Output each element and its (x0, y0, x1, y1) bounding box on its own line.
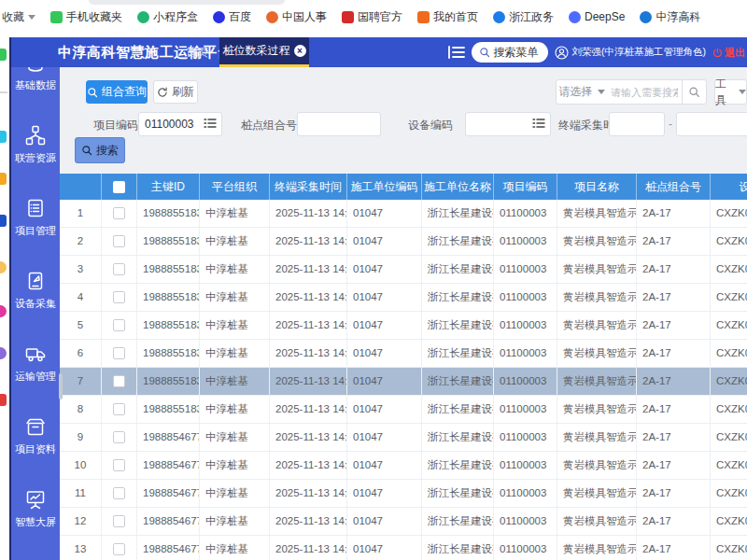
bookmark-item[interactable]: 中国人事 (266, 9, 327, 25)
table-row[interactable]: 131988854677822...中淳桩基2025-11-13 14:1...… (60, 536, 747, 560)
table-row[interactable]: 91988854677860...中淳桩基2025-11-13 14:2...0… (60, 424, 747, 452)
tab-home[interactable]: 首页 (170, 37, 224, 67)
sidebar-item-运输管理[interactable]: 运输管理 (11, 338, 60, 411)
tab-close-icon[interactable]: × (294, 45, 306, 57)
table-row[interactable]: 51988855183114...中淳桩基2025-11-13 14:2...0… (60, 312, 747, 340)
cell-org: 中淳桩基 (200, 536, 270, 560)
search-menu-button[interactable]: 搜索菜单 (472, 42, 548, 63)
data-table: 主键ID平台组织终端采集时间施工单位编码施工单位名称项目编码项目名称桩点组合号设… (60, 174, 747, 560)
list-picker-icon[interactable] (532, 116, 545, 133)
row-checkbox[interactable] (113, 403, 125, 415)
browser-side-panel (0, 37, 9, 560)
bookmark-item[interactable]: 小程序盒 (137, 9, 198, 25)
sidebar-item-项目管理[interactable]: 项目管理 (11, 192, 60, 265)
table-row[interactable]: 61988855183106...中淳桩基2025-11-13 14:2...0… (60, 340, 747, 368)
collect-time-to-field (676, 112, 747, 136)
list-picker-icon[interactable] (204, 116, 217, 133)
row-number: 10 (60, 452, 102, 479)
guopin-icon (342, 11, 354, 23)
table-body: 11988855183144...中淳桩基2025-11-13 14:2...0… (60, 200, 747, 560)
row-checkbox[interactable] (113, 235, 125, 247)
table-row[interactable]: 111988854677843...中淳桩基2025-11-13 14:1...… (60, 480, 747, 508)
sidebar-item-智慧大屏[interactable]: 智慧大屏 (11, 483, 60, 556)
row-checkbox[interactable] (113, 543, 125, 555)
collect-time-to-input[interactable] (677, 113, 747, 135)
tab-pile-data-collection[interactable]: 桩位数采过程 × (219, 37, 309, 67)
row-checkbox-cell (102, 284, 137, 311)
select-all-checkbox[interactable] (113, 181, 125, 193)
archive-box-icon (25, 416, 46, 437)
cell-unit_code: 01047 (347, 536, 422, 560)
table-row[interactable]: 11988855183144...中淳桩基2025-11-13 14:2...0… (60, 200, 747, 228)
cell-pile_group: 2A-17 (637, 368, 711, 395)
row-checkbox[interactable] (113, 319, 125, 331)
table-row[interactable]: 121988854677835...中淳桩基2025-11-13 14:1...… (60, 508, 747, 536)
quick-search-input[interactable] (607, 80, 682, 104)
tab-active-label: 桩位数采过程 (223, 43, 290, 59)
refresh-button[interactable]: 刷新 (153, 80, 198, 104)
row-checkbox[interactable] (113, 263, 125, 275)
row-checkbox[interactable] (113, 207, 125, 219)
sidebar-item-设备采集[interactable]: 设备采集 (11, 265, 60, 338)
bookmark-item[interactable]: DeepSe (569, 10, 625, 23)
row-number: 3 (60, 256, 102, 283)
column-header: 设备编码 (711, 174, 747, 200)
cell-device: CXZK0... (711, 368, 747, 395)
collapse-menu-icon[interactable] (448, 46, 465, 59)
cell-project_name: 黄岩模具智造示... (557, 536, 637, 560)
tools-dropdown[interactable]: 工具 (714, 79, 747, 105)
logout-button[interactable]: 退出 (712, 46, 745, 60)
cell-id: 1988855183106... (137, 340, 200, 367)
favorites-menu[interactable]: 收藏 (2, 9, 35, 25)
homepage-icon (417, 11, 430, 23)
cell-unit_name: 浙江长星建设有... (422, 256, 494, 283)
table-row[interactable]: 31988855183131...中淳桩基2025-11-13 14:2...0… (60, 256, 747, 284)
cell-device: CXZK0... (711, 508, 747, 535)
phone-favorites-icon (50, 11, 63, 23)
column-header: 主键ID (137, 174, 200, 200)
cell-pile_group: 2A-17 (637, 228, 711, 255)
combined-query-button[interactable]: 组合查询 (86, 80, 148, 104)
row-checkbox[interactable] (113, 291, 125, 303)
bookmark-item[interactable]: 国聘官方 (342, 9, 402, 25)
pile-group-input[interactable] (298, 113, 380, 135)
row-checkbox[interactable] (113, 431, 125, 443)
row-checkbox[interactable] (113, 375, 125, 387)
sidebar-nav: 基础数据联营资源项目管理设备采集运输管理项目资料智慧大屏 (11, 67, 60, 560)
bookmark-item[interactable]: 我的首页 (417, 9, 478, 25)
bookmark-item[interactable]: 百度 (213, 9, 251, 25)
cell-device: CXZK0... (711, 424, 747, 451)
bookmark-item[interactable]: 浙江政务 (493, 9, 554, 25)
quick-search-button[interactable] (682, 79, 707, 105)
sidebar-item-项目资料[interactable]: 项目资料 (11, 411, 60, 483)
collect-time-from-input[interactable] (610, 113, 664, 135)
table-row[interactable]: 81988855183093...中淳桩基2025-11-13 14:2...0… (60, 396, 747, 424)
bookmark-label: 国聘官方 (358, 9, 402, 25)
column-header: 项目编码 (494, 174, 557, 200)
table-row[interactable]: 71988855183102...中淳桩基2025-11-13 14:2...0… (60, 368, 747, 396)
bookmark-item[interactable]: 中淳高科 (640, 9, 700, 25)
cell-time: 2025-11-13 14:1... (270, 536, 347, 560)
sidebar-item-联营资源[interactable]: 联营资源 (11, 119, 60, 192)
table-header-rownum (60, 174, 102, 200)
column-select-dropdown[interactable]: 请选择 (556, 79, 608, 105)
row-checkbox[interactable] (113, 347, 125, 359)
user-menu[interactable]: 刘荣强(中淳桩基施工管理角色) (555, 46, 707, 60)
row-checkbox[interactable] (113, 487, 125, 499)
table-row[interactable]: 101988854677852...中淳桩基2025-11-13 14:2...… (60, 452, 747, 480)
row-checkbox[interactable] (113, 515, 125, 527)
table-row[interactable]: 41988855183123...中淳桩基2025-11-13 14:2...0… (60, 284, 747, 312)
bookmark-item[interactable]: 手机收藏夹 (50, 9, 122, 25)
cell-device: CXZK0... (711, 396, 747, 423)
project-code-input[interactable] (139, 113, 204, 135)
search-button[interactable]: 搜索 (75, 137, 125, 163)
bookmark-label: 小程序盒 (153, 9, 198, 25)
china-hr-icon (266, 11, 278, 23)
device-code-input[interactable] (466, 113, 532, 135)
row-checkbox[interactable] (113, 459, 125, 471)
sidebar-scrollbar-thumb[interactable] (59, 373, 63, 399)
sidebar-item-label: 项目管理 (15, 224, 56, 238)
table-row[interactable]: 21988855183135...中淳桩基2025-11-13 14:2...0… (60, 228, 747, 256)
cell-org: 中淳桩基 (200, 452, 270, 479)
cell-pile_group: 2A-17 (637, 452, 711, 479)
